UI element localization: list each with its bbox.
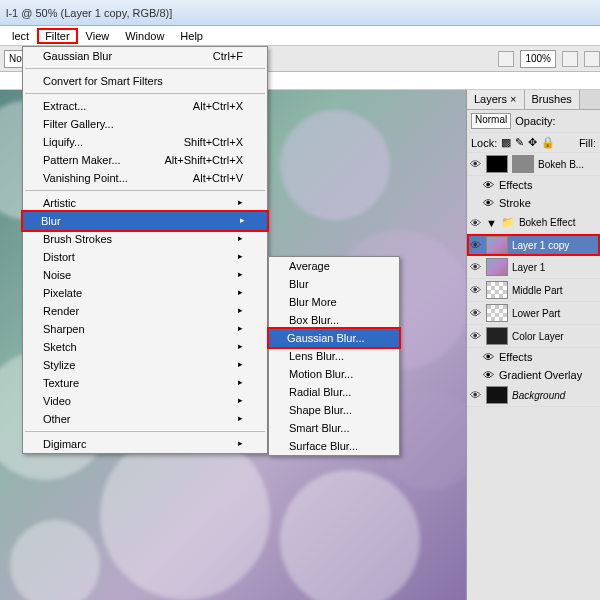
folder-icon: 📁 bbox=[501, 216, 515, 229]
window-title: l-1 @ 50% (Layer 1 copy, RGB/8)] bbox=[6, 7, 172, 19]
layer-thumbnail[interactable] bbox=[486, 236, 508, 254]
menu-item-liquify[interactable]: Liquify...Shift+Ctrl+X bbox=[23, 133, 267, 151]
visibility-icon[interactable]: 👁 bbox=[470, 389, 482, 401]
menu-item-pattern-maker[interactable]: Pattern Maker...Alt+Shift+Ctrl+X bbox=[23, 151, 267, 169]
menu-item-sharpen[interactable]: Sharpen bbox=[23, 320, 267, 338]
menu-item-shortcut: Ctrl+F bbox=[213, 50, 243, 62]
menu-item-blur-more[interactable]: Blur More bbox=[269, 293, 399, 311]
menu-item-stylize[interactable]: Stylize bbox=[23, 356, 267, 374]
menu-view[interactable]: View bbox=[78, 28, 118, 44]
menu-item-vanishing-point[interactable]: Vanishing Point...Alt+Ctrl+V bbox=[23, 169, 267, 187]
panel-tabs[interactable]: Layers × Brushes bbox=[467, 90, 600, 110]
visibility-icon[interactable]: 👁 bbox=[470, 261, 482, 273]
layer-thumbnail[interactable] bbox=[486, 304, 508, 322]
visibility-icon[interactable]: 👁 bbox=[470, 284, 482, 296]
layer-row[interactable]: 👁 Middle Part bbox=[467, 279, 600, 302]
menu-item-pixelate[interactable]: Pixelate bbox=[23, 284, 267, 302]
menu-item-distort[interactable]: Distort bbox=[23, 248, 267, 266]
menu-item-last-filter[interactable]: Gaussian Blur Ctrl+F bbox=[23, 47, 267, 65]
layer-name[interactable]: Lower Part bbox=[512, 308, 597, 319]
menu-separator bbox=[25, 93, 265, 94]
menu-item-label: Gaussian Blur bbox=[43, 50, 112, 62]
layer-effects[interactable]: 👁Effects bbox=[467, 348, 600, 366]
layer-blend-combo[interactable]: Normal bbox=[471, 113, 511, 129]
layer-background[interactable]: 👁 Background bbox=[467, 384, 600, 407]
menu-item-lens-blur[interactable]: Lens Blur... bbox=[269, 347, 399, 365]
lock-move-icon[interactable]: ✥ bbox=[528, 136, 537, 149]
layer-row[interactable]: 👁 Color Layer bbox=[467, 325, 600, 348]
layer-thumbnail[interactable] bbox=[486, 258, 508, 276]
menu-item-other[interactable]: Other bbox=[23, 410, 267, 428]
visibility-icon[interactable]: 👁 bbox=[470, 330, 482, 342]
blur-submenu[interactable]: Average Blur Blur More Box Blur... Gauss… bbox=[268, 256, 400, 456]
menu-item-extract[interactable]: Extract...Alt+Ctrl+X bbox=[23, 97, 267, 115]
arrange-icon[interactable] bbox=[584, 51, 600, 67]
menu-item-video[interactable]: Video bbox=[23, 392, 267, 410]
menu-item-filter-gallery[interactable]: Filter Gallery... bbox=[23, 115, 267, 133]
menu-help[interactable]: Help bbox=[172, 28, 211, 44]
layer-folder[interactable]: 👁 ▼ 📁 Bokeh Effect bbox=[467, 212, 600, 234]
visibility-icon[interactable]: 👁 bbox=[483, 351, 495, 363]
lock-all-icon[interactable]: 🔒 bbox=[541, 136, 555, 149]
visibility-icon[interactable]: 👁 bbox=[470, 239, 482, 251]
menu-item-surface-blur[interactable]: Surface Blur... bbox=[269, 437, 399, 455]
layer-name[interactable]: Bokeh Effect bbox=[519, 217, 597, 228]
layer-thumbnail[interactable] bbox=[486, 327, 508, 345]
menu-item-blur[interactable]: Blur bbox=[269, 275, 399, 293]
zoom-combo[interactable]: 100% bbox=[520, 50, 556, 68]
visibility-icon[interactable]: 👁 bbox=[483, 197, 495, 209]
layer-effect-gradient[interactable]: 👁Gradient Overlay bbox=[467, 366, 600, 384]
visibility-icon[interactable]: 👁 bbox=[470, 217, 482, 229]
layers-panel: Layers × Brushes Normal Opacity: Lock: ▩… bbox=[466, 90, 600, 600]
menu-item-motion-blur[interactable]: Motion Blur... bbox=[269, 365, 399, 383]
layer-row-selected[interactable]: 👁 Layer 1 copy bbox=[467, 234, 600, 256]
tab-layers[interactable]: Layers × bbox=[467, 90, 525, 109]
menu-item-gaussian-blur[interactable]: Gaussian Blur... bbox=[267, 327, 401, 349]
menu-item-noise[interactable]: Noise bbox=[23, 266, 267, 284]
tab-brushes[interactable]: Brushes bbox=[525, 90, 580, 109]
layer-thumbnail[interactable] bbox=[486, 281, 508, 299]
lock-transparency-icon[interactable]: ▩ bbox=[501, 136, 511, 149]
layer-name[interactable]: Background bbox=[512, 390, 597, 401]
menu-item-average[interactable]: Average bbox=[269, 257, 399, 275]
menu-item-texture[interactable]: Texture bbox=[23, 374, 267, 392]
mask-thumbnail[interactable] bbox=[512, 155, 534, 173]
menu-item-convert-smart[interactable]: Convert for Smart Filters bbox=[23, 72, 267, 90]
lock-row: Lock: ▩ ✎ ✥ 🔒 Fill: bbox=[467, 133, 600, 153]
layer-effect-stroke[interactable]: 👁Stroke bbox=[467, 194, 600, 212]
filter-menu[interactable]: Gaussian Blur Ctrl+F Convert for Smart F… bbox=[22, 46, 268, 454]
layer-name[interactable]: Layer 1 copy bbox=[512, 240, 597, 251]
visibility-icon[interactable]: 👁 bbox=[470, 307, 482, 319]
folder-toggle-icon[interactable]: ▼ bbox=[486, 217, 497, 229]
layer-thumbnail[interactable] bbox=[486, 386, 508, 404]
visibility-icon[interactable]: 👁 bbox=[483, 179, 495, 191]
menu-item-shape-blur[interactable]: Shape Blur... bbox=[269, 401, 399, 419]
menu-item-smart-blur[interactable]: Smart Blur... bbox=[269, 419, 399, 437]
menu-window[interactable]: Window bbox=[117, 28, 172, 44]
menu-item-sketch[interactable]: Sketch bbox=[23, 338, 267, 356]
layer-row[interactable]: 👁 Lower Part bbox=[467, 302, 600, 325]
layer-name[interactable]: Middle Part bbox=[512, 285, 597, 296]
layer-name[interactable]: Layer 1 bbox=[512, 262, 597, 273]
menu-item-render[interactable]: Render bbox=[23, 302, 267, 320]
layer-name[interactable]: Bokeh B... bbox=[538, 159, 597, 170]
hand-icon[interactable] bbox=[562, 51, 578, 67]
menu-bar[interactable]: lect Filter View Window Help bbox=[0, 26, 600, 46]
layer-row[interactable]: 👁 Bokeh B... bbox=[467, 153, 600, 176]
menu-separator bbox=[25, 431, 265, 432]
menu-select[interactable]: lect bbox=[4, 28, 37, 44]
visibility-icon[interactable]: 👁 bbox=[470, 158, 482, 170]
menu-item-radial-blur[interactable]: Radial Blur... bbox=[269, 383, 399, 401]
visibility-icon[interactable]: 👁 bbox=[483, 369, 495, 381]
menu-filter[interactable]: Filter bbox=[37, 28, 77, 44]
menu-item-blur[interactable]: Blur bbox=[21, 210, 269, 232]
layer-row[interactable]: 👁 Layer 1 bbox=[467, 256, 600, 279]
tool-icon[interactable] bbox=[498, 51, 514, 67]
layer-name[interactable]: Color Layer bbox=[512, 331, 597, 342]
menu-item-brush-strokes[interactable]: Brush Strokes bbox=[23, 230, 267, 248]
layer-thumbnail[interactable] bbox=[486, 155, 508, 173]
menu-item-digimarc[interactable]: Digimarc bbox=[23, 435, 267, 453]
title-bar: l-1 @ 50% (Layer 1 copy, RGB/8)] bbox=[0, 0, 600, 26]
layer-effects[interactable]: 👁Effects bbox=[467, 176, 600, 194]
lock-paint-icon[interactable]: ✎ bbox=[515, 136, 524, 149]
